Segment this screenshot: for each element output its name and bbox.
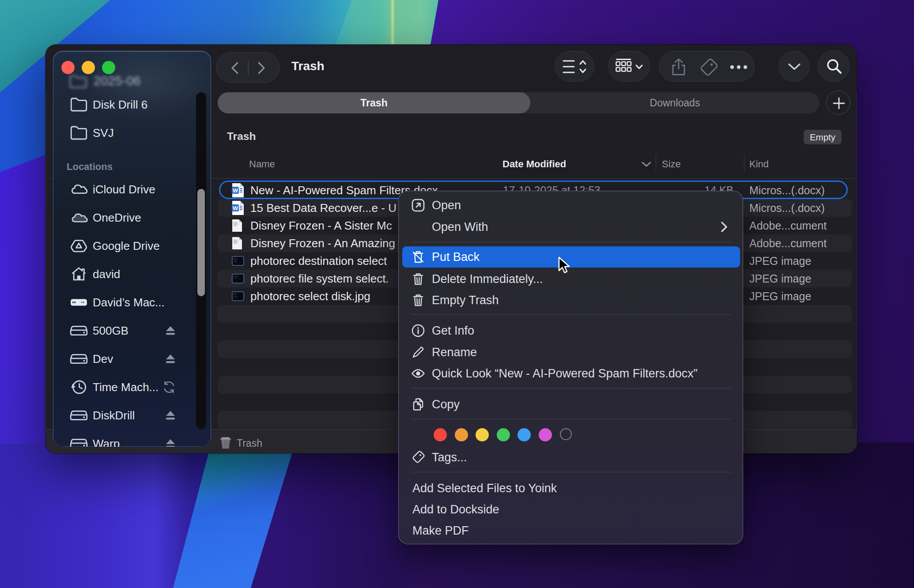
svg-text:W: W <box>233 204 238 211</box>
